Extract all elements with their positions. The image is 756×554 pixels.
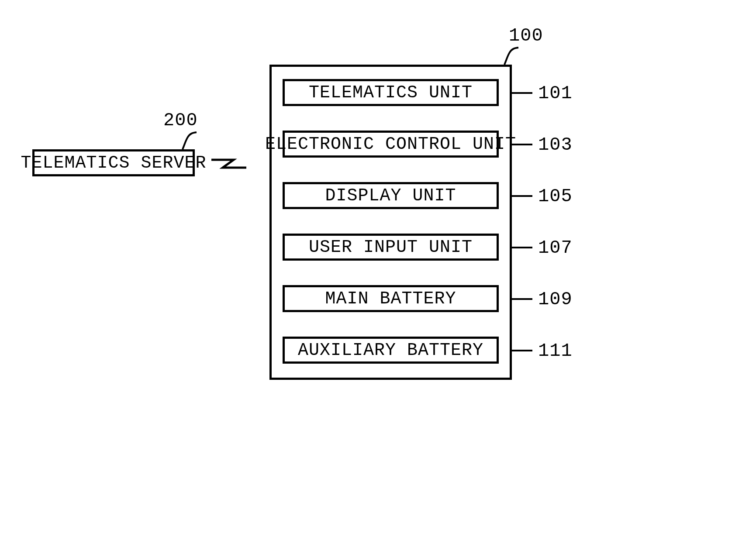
unit-input-ref: 107 xyxy=(538,237,573,258)
unit-main-battery-leader xyxy=(510,289,540,309)
unit-input: USER INPUT UNIT xyxy=(283,234,499,261)
unit-display-ref: 105 xyxy=(538,186,573,207)
diagram-canvas: TELEMATICS SERVER 200 100 TELEMATICS UNI… xyxy=(0,0,756,554)
unit-ecu-label: ELECTRONIC CONTROL UNIT xyxy=(265,134,516,154)
server-ref: 200 xyxy=(163,110,198,131)
unit-aux-battery-ref: 111 xyxy=(538,341,573,361)
unit-display-leader xyxy=(510,186,540,206)
container-ref: 100 xyxy=(509,25,543,46)
unit-main-battery-ref: 109 xyxy=(538,289,573,310)
unit-input-leader xyxy=(510,237,540,258)
unit-telematics-leader xyxy=(510,83,540,103)
unit-aux-battery-label: AUXILIARY BATTERY xyxy=(298,341,483,360)
unit-main-battery-label: MAIN BATTERY xyxy=(325,289,456,309)
telematics-server-box: TELEMATICS SERVER xyxy=(32,149,195,176)
unit-display-label: DISPLAY UNIT xyxy=(325,186,456,206)
vehicle-container xyxy=(269,65,512,380)
wireless-icon xyxy=(210,152,249,174)
unit-main-battery: MAIN BATTERY xyxy=(283,285,499,312)
container-leader-tick xyxy=(499,46,525,65)
unit-aux-battery-leader xyxy=(510,341,540,361)
unit-ecu-leader xyxy=(510,134,540,155)
unit-telematics: TELEMATICS UNIT xyxy=(283,79,499,106)
unit-input-label: USER INPUT UNIT xyxy=(309,237,473,257)
unit-display: DISPLAY UNIT xyxy=(283,182,499,209)
server-leader-tick xyxy=(177,131,203,150)
unit-ecu: ELECTRONIC CONTROL UNIT xyxy=(283,131,499,158)
unit-telematics-ref: 101 xyxy=(538,83,573,104)
unit-aux-battery: AUXILIARY BATTERY xyxy=(283,337,499,364)
unit-telematics-label: TELEMATICS UNIT xyxy=(309,83,473,103)
unit-ecu-ref: 103 xyxy=(538,134,573,155)
telematics-server-label: TELEMATICS SERVER xyxy=(21,153,206,173)
